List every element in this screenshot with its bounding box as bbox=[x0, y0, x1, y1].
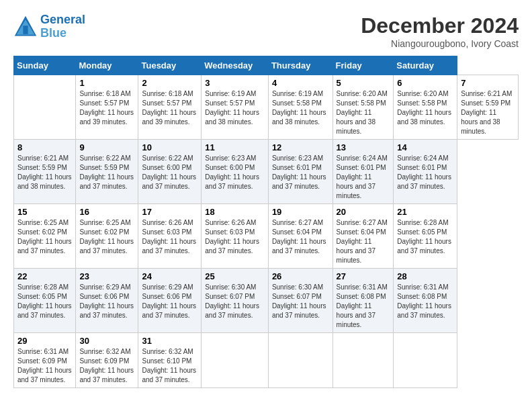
weekday-header: Monday bbox=[76, 56, 138, 75]
logo-line1: General bbox=[40, 13, 85, 26]
day-info: Sunrise: 6:31 AM Sunset: 6:09 PM Dayligh… bbox=[17, 347, 72, 385]
calendar-cell bbox=[394, 333, 457, 388]
day-info: Sunrise: 6:22 AM Sunset: 5:59 PM Dayligh… bbox=[79, 154, 134, 191]
sunset-label: Sunset: 6:10 PM bbox=[142, 357, 191, 365]
day-number: 10 bbox=[142, 142, 197, 152]
calendar-cell: 2 Sunrise: 6:18 AM Sunset: 5:57 PM Dayli… bbox=[138, 75, 202, 140]
calendar-cell: 27 Sunrise: 6:31 AM Sunset: 6:08 PM Dayl… bbox=[332, 269, 394, 333]
sunrise-label: Sunrise: 6:32 AM bbox=[79, 348, 130, 355]
calendar-cell: 14 Sunrise: 6:24 AM Sunset: 6:01 PM Dayl… bbox=[394, 140, 457, 204]
sunset-label: Sunset: 6:01 PM bbox=[272, 164, 322, 171]
sunrise-label: Sunrise: 6:30 AM bbox=[205, 283, 256, 291]
weekday-header: Wednesday bbox=[202, 56, 269, 75]
calendar-cell bbox=[332, 333, 394, 388]
day-info: Sunrise: 6:23 AM Sunset: 6:01 PM Dayligh… bbox=[272, 154, 329, 191]
sunrise-label: Sunrise: 6:22 AM bbox=[79, 154, 130, 162]
sunset-label: Sunset: 6:07 PM bbox=[272, 293, 322, 300]
sunrise-label: Sunrise: 6:27 AM bbox=[272, 219, 323, 226]
sunset-label: Sunset: 5:58 PM bbox=[397, 99, 447, 107]
sunset-label: Sunset: 5:57 PM bbox=[142, 99, 191, 107]
sunset-label: Sunset: 6:09 PM bbox=[17, 357, 67, 365]
sunrise-label: Sunrise: 6:27 AM bbox=[337, 219, 388, 226]
calendar-cell: 21 Sunrise: 6:28 AM Sunset: 6:05 PM Dayl… bbox=[394, 204, 457, 269]
calendar-cell: 7 Sunrise: 6:21 AM Sunset: 5:59 PM Dayli… bbox=[457, 75, 519, 140]
daylight-label: Daylight: 11 hours and 37 minutes. bbox=[142, 367, 196, 383]
day-info: Sunrise: 6:20 AM Sunset: 5:58 PM Dayligh… bbox=[337, 89, 390, 136]
day-info: Sunrise: 6:32 AM Sunset: 6:10 PM Dayligh… bbox=[142, 347, 197, 385]
daylight-label: Daylight: 11 hours and 37 minutes. bbox=[337, 302, 375, 328]
day-number: 3 bbox=[205, 78, 265, 88]
sunrise-label: Sunrise: 6:31 AM bbox=[17, 348, 69, 355]
day-info: Sunrise: 6:27 AM Sunset: 6:04 PM Dayligh… bbox=[337, 218, 390, 265]
sunrise-label: Sunrise: 6:25 AM bbox=[79, 219, 130, 226]
sunrise-label: Sunrise: 6:31 AM bbox=[337, 283, 388, 291]
weekday-header: Saturday bbox=[394, 56, 457, 75]
svg-rect-2 bbox=[23, 26, 28, 34]
sunrise-label: Sunrise: 6:28 AM bbox=[17, 283, 69, 291]
calendar-cell: 11 Sunrise: 6:23 AM Sunset: 6:00 PM Dayl… bbox=[202, 140, 269, 204]
day-number: 20 bbox=[337, 207, 390, 217]
daylight-label: Daylight: 11 hours and 37 minutes. bbox=[205, 173, 259, 190]
sunrise-label: Sunrise: 6:31 AM bbox=[397, 283, 448, 291]
daylight-label: Daylight: 11 hours and 37 minutes. bbox=[142, 302, 196, 319]
day-info: Sunrise: 6:25 AM Sunset: 6:02 PM Dayligh… bbox=[79, 218, 134, 256]
calendar-body: 1 Sunrise: 6:18 AM Sunset: 5:57 PM Dayli… bbox=[14, 75, 519, 388]
day-number: 6 bbox=[397, 78, 453, 88]
day-info: Sunrise: 6:18 AM Sunset: 5:57 PM Dayligh… bbox=[142, 89, 197, 127]
sunrise-label: Sunrise: 6:29 AM bbox=[79, 283, 130, 291]
calendar-cell: 23 Sunrise: 6:29 AM Sunset: 6:06 PM Dayl… bbox=[76, 269, 138, 333]
calendar-cell: 31 Sunrise: 6:32 AM Sunset: 6:10 PM Dayl… bbox=[138, 333, 202, 388]
calendar-cell bbox=[268, 333, 332, 388]
sunset-label: Sunset: 6:09 PM bbox=[79, 357, 129, 365]
day-number: 2 bbox=[142, 78, 197, 88]
calendar-cell: 15 Sunrise: 6:25 AM Sunset: 6:02 PM Dayl… bbox=[14, 204, 76, 269]
day-number: 30 bbox=[79, 336, 134, 346]
daylight-label: Daylight: 11 hours and 38 minutes. bbox=[397, 109, 451, 126]
calendar-cell: 25 Sunrise: 6:30 AM Sunset: 6:07 PM Dayl… bbox=[202, 269, 269, 333]
sunrise-label: Sunrise: 6:24 AM bbox=[337, 154, 388, 162]
sunrise-label: Sunrise: 6:24 AM bbox=[397, 154, 448, 162]
title-section: December 2024 Niangourougbono, Ivory Coa… bbox=[361, 13, 519, 49]
day-number: 11 bbox=[205, 142, 265, 152]
sunrise-label: Sunrise: 6:32 AM bbox=[142, 348, 193, 355]
day-number: 9 bbox=[79, 142, 134, 152]
daylight-label: Daylight: 11 hours and 37 minutes. bbox=[272, 173, 326, 190]
daylight-label: Daylight: 11 hours and 37 minutes. bbox=[79, 302, 134, 319]
day-info: Sunrise: 6:21 AM Sunset: 5:59 PM Dayligh… bbox=[461, 89, 515, 136]
daylight-label: Daylight: 11 hours and 37 minutes. bbox=[272, 302, 326, 319]
sunrise-label: Sunrise: 6:18 AM bbox=[79, 90, 130, 97]
day-info: Sunrise: 6:19 AM Sunset: 5:58 PM Dayligh… bbox=[272, 89, 329, 127]
day-info: Sunrise: 6:24 AM Sunset: 6:01 PM Dayligh… bbox=[397, 154, 453, 191]
day-info: Sunrise: 6:28 AM Sunset: 6:05 PM Dayligh… bbox=[397, 218, 453, 256]
calendar-cell: 29 Sunrise: 6:31 AM Sunset: 6:09 PM Dayl… bbox=[14, 333, 76, 388]
sunset-label: Sunset: 6:06 PM bbox=[142, 293, 191, 300]
sunrise-label: Sunrise: 6:23 AM bbox=[272, 154, 323, 162]
calendar-week-row: 1 Sunrise: 6:18 AM Sunset: 5:57 PM Dayli… bbox=[14, 75, 519, 140]
calendar-cell: 5 Sunrise: 6:20 AM Sunset: 5:58 PM Dayli… bbox=[332, 75, 394, 140]
sunset-label: Sunset: 6:00 PM bbox=[205, 164, 255, 171]
sunset-label: Sunset: 6:08 PM bbox=[337, 293, 386, 300]
logo: General Blue bbox=[13, 13, 85, 40]
day-number: 8 bbox=[17, 142, 72, 152]
day-number: 31 bbox=[142, 336, 197, 346]
calendar-header-row: SundayMondayTuesdayWednesdayThursdayFrid… bbox=[14, 56, 519, 75]
sunrise-label: Sunrise: 6:19 AM bbox=[205, 90, 256, 97]
sunset-label: Sunset: 6:03 PM bbox=[142, 228, 191, 236]
day-info: Sunrise: 6:21 AM Sunset: 5:59 PM Dayligh… bbox=[17, 154, 72, 191]
sunrise-label: Sunrise: 6:21 AM bbox=[17, 154, 69, 162]
daylight-label: Daylight: 11 hours and 39 minutes. bbox=[142, 109, 196, 126]
daylight-label: Daylight: 11 hours and 37 minutes. bbox=[205, 302, 259, 319]
day-number: 29 bbox=[17, 336, 72, 346]
calendar-cell: 4 Sunrise: 6:19 AM Sunset: 5:58 PM Dayli… bbox=[268, 75, 332, 140]
calendar-cell: 17 Sunrise: 6:26 AM Sunset: 6:03 PM Dayl… bbox=[138, 204, 202, 269]
location: Niangourougbono, Ivory Coast bbox=[361, 38, 519, 49]
day-number: 26 bbox=[272, 271, 329, 281]
sunrise-label: Sunrise: 6:28 AM bbox=[397, 219, 448, 226]
sunrise-label: Sunrise: 6:19 AM bbox=[272, 90, 323, 97]
sunset-label: Sunset: 5:59 PM bbox=[461, 99, 511, 107]
day-info: Sunrise: 6:26 AM Sunset: 6:03 PM Dayligh… bbox=[142, 218, 197, 256]
daylight-label: Daylight: 11 hours and 37 minutes. bbox=[397, 173, 451, 190]
sunrise-label: Sunrise: 6:25 AM bbox=[17, 219, 69, 226]
daylight-label: Daylight: 11 hours and 38 minutes. bbox=[337, 109, 375, 135]
sunset-label: Sunset: 6:07 PM bbox=[205, 293, 255, 300]
